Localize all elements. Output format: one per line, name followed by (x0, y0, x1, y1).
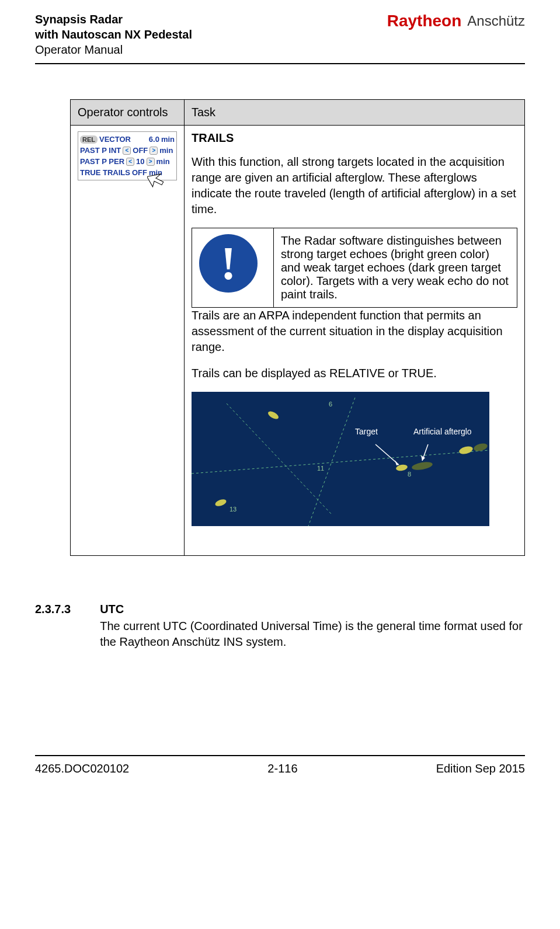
pastpint-unit: min (159, 146, 173, 155)
radar-label-target: Target (355, 427, 378, 437)
note-box: ! The Radar software distinguishes betwe… (192, 228, 517, 308)
truetrails-label: TRUE TRAILS (80, 168, 130, 177)
left-arrow-icon: < (126, 158, 134, 166)
svg-marker-0 (147, 170, 166, 189)
footer-pagenum: 2-116 (267, 762, 297, 775)
header-line1: Synapsis Radar (35, 12, 192, 27)
section-utc: 2.3.7.3 UTC The current UTC (Coordinated… (70, 603, 525, 650)
radar-label-afterglow: Artificial afterglo (413, 427, 472, 437)
note-text: The Radar software distinguishes between… (274, 228, 517, 308)
trails-heading: TRAILS (192, 131, 517, 145)
pastpper-value: 10 (136, 157, 144, 166)
svg-line-3 (192, 450, 489, 474)
svg-marker-13 (421, 455, 425, 461)
svg-point-4 (267, 410, 280, 421)
trails-para1: With this function, all strong targets l… (192, 154, 517, 217)
section-title: UTC (100, 603, 525, 616)
trails-para2: Trails are an ARPA independent function … (192, 308, 517, 355)
control-row-vector: REL VECTOR 6.0 min (80, 134, 175, 145)
footer-docnum: 4265.DOC020102 (35, 762, 129, 775)
page-footer: 4265.DOC020102 2-116 Edition Sep 2015 (35, 762, 525, 775)
rel-badge: REL (80, 135, 98, 144)
svg-point-8 (458, 445, 474, 455)
svg-marker-11 (395, 460, 399, 465)
right-arrow-icon: > (147, 158, 155, 166)
right-arrow-icon: > (149, 147, 158, 155)
note-icon-cell: ! (192, 228, 274, 308)
td-task-content: TRAILS With this function, all strong ta… (185, 126, 525, 556)
radar-num-6: 6 (329, 401, 332, 408)
radar-num-11: 11 (317, 465, 324, 472)
vector-label: VECTOR (99, 135, 131, 144)
brand-raytheon: Raytheon (387, 12, 462, 30)
control-row-pastpint: PAST P INT < OFF > min (80, 145, 175, 156)
operator-controls-table: Operator controls Task REL VECTOR 6.0 mi… (70, 99, 525, 556)
vector-value: 6.0 (149, 135, 159, 144)
svg-point-7 (411, 461, 433, 471)
header-brand: Raytheon Anschütz (387, 12, 525, 30)
td-operator-control-image: REL VECTOR 6.0 min PAST P INT < OFF > mi… (71, 126, 185, 556)
section-body: The current UTC (Coordinated Universal T… (100, 618, 525, 650)
header-title-block: Synapsis Radar with Nautoscan NX Pedesta… (35, 12, 192, 57)
vector-unit: min (161, 135, 175, 144)
attention-icon: ! (199, 234, 258, 293)
radar-num-13: 13 (229, 506, 236, 513)
svg-point-5 (214, 498, 227, 507)
header-line3: Operator Manual (35, 42, 192, 57)
pastpper-label: PAST P PER (80, 157, 124, 166)
th-operator-controls: Operator controls (71, 100, 185, 126)
header-divider (35, 63, 525, 64)
truetrails-value: OFF (132, 168, 147, 177)
radar-num-8: 8 (408, 471, 411, 478)
pastpint-value: OFF (133, 146, 148, 155)
section-number: 2.3.7.3 (35, 603, 71, 650)
cursor-icon (147, 168, 171, 192)
pastpint-label: PAST P INT (80, 146, 121, 155)
trails-para3: Trails can be displayed as RELATIVE or T… (192, 366, 517, 381)
svg-line-1 (227, 403, 332, 514)
svg-line-2 (308, 398, 355, 526)
left-arrow-icon: < (123, 147, 131, 155)
footer-edition: Edition Sep 2015 (436, 762, 525, 775)
control-row-pastpper: PAST P PER < 10 > min (80, 156, 175, 167)
control-panel-image: REL VECTOR 6.0 min PAST P INT < OFF > mi… (78, 131, 177, 180)
header-line2: with Nautoscan NX Pedestal (35, 27, 192, 42)
section-content: UTC The current UTC (Coordinated Univers… (100, 603, 525, 650)
main-content: Operator controls Task REL VECTOR 6.0 mi… (70, 99, 525, 650)
brand-anschutz: Anschütz (467, 13, 525, 29)
th-task: Task (185, 100, 525, 126)
radar-display-image: Target Artificial afterglo 6 8 11 13 (192, 392, 489, 526)
footer-divider (35, 755, 525, 756)
page-header: Synapsis Radar with Nautoscan NX Pedesta… (35, 12, 525, 57)
pastpper-unit: min (156, 157, 170, 166)
